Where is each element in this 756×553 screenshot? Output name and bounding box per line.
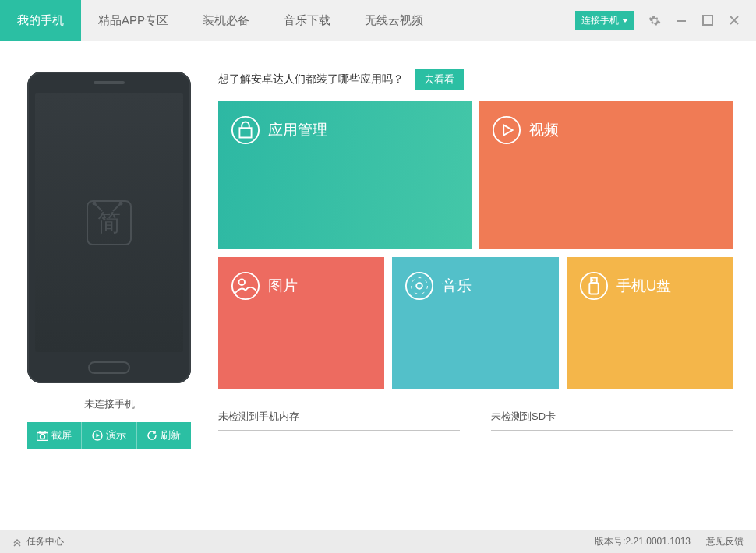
close-icon — [729, 15, 740, 26]
phone-screen: 简 — [35, 93, 183, 352]
app-window: 我的手机 精品APP专区 装机必备 音乐下载 无线云视频 连接手机 — [0, 0, 756, 553]
bag-icon — [231, 115, 260, 145]
right-column: 想了解安卓达人们都装了哪些应用吗？ 去看看 应用管理 视频 图片 — [218, 64, 733, 522]
svg-rect-1 — [703, 16, 712, 25]
screenshot-button[interactable]: 截屏 — [27, 422, 82, 449]
tile-udisk[interactable]: 手机U盘 — [567, 257, 733, 389]
refresh-label: 刷新 — [161, 428, 181, 442]
disc-icon — [404, 271, 434, 301]
nav-tab-essentials[interactable]: 装机必备 — [185, 0, 267, 41]
tile-label: 应用管理 — [268, 120, 327, 140]
svg-point-7 — [41, 434, 45, 439]
refresh-button[interactable]: 刷新 — [137, 422, 191, 449]
screenshot-label: 截屏 — [51, 428, 72, 442]
minimize-icon — [676, 15, 687, 26]
phone-speaker — [94, 81, 125, 84]
top-right-controls: 连接手机 — [575, 0, 756, 41]
nav-tab-music-download[interactable]: 音乐下载 — [267, 0, 348, 41]
tile-label: 手机U盘 — [616, 276, 672, 296]
svg-point-16 — [412, 278, 428, 294]
settings-button[interactable] — [648, 14, 661, 26]
feedback-label: 意见反馈 — [706, 536, 744, 547]
version-number: 2.21.0001.1013 — [626, 536, 691, 547]
caret-down-icon — [622, 19, 628, 23]
top-bar: 我的手机 精品APP专区 装机必备 音乐下载 无线云视频 连接手机 — [0, 0, 756, 41]
demo-button[interactable]: 演示 — [82, 422, 136, 449]
play-circle-icon — [92, 430, 103, 441]
gear-icon — [648, 14, 661, 27]
play-icon — [492, 115, 521, 145]
connect-phone-label: 连接手机 — [581, 14, 619, 27]
svg-line-4 — [94, 203, 102, 211]
tile-label: 视频 — [529, 120, 559, 140]
nav-tab-label: 精品APP专区 — [98, 13, 168, 28]
storage-sdcard: 未检测到SD卡 — [491, 410, 733, 431]
connect-phone-button[interactable]: 连接手机 — [575, 11, 634, 30]
photo-icon — [231, 271, 260, 301]
promo-button-label: 去看看 — [424, 73, 454, 85]
left-column: 简 未连接手机 截屏 演示 刷新 — [23, 64, 195, 522]
phone-action-bar: 截屏 演示 刷新 — [27, 422, 191, 449]
svg-line-5 — [113, 203, 121, 211]
phone-logo-antenna-icon — [85, 199, 130, 244]
chevrons-up-icon — [12, 537, 22, 547]
promo-button[interactable]: 去看看 — [415, 69, 464, 90]
tile-music[interactable]: 音乐 — [392, 257, 558, 389]
svg-point-14 — [406, 273, 433, 299]
version-label: 版本号: — [595, 536, 625, 547]
svg-point-15 — [417, 283, 423, 289]
tile-photos[interactable]: 图片 — [218, 257, 384, 389]
minimize-button[interactable] — [675, 14, 687, 26]
refresh-icon — [147, 430, 157, 441]
tile-app-management[interactable]: 应用管理 — [218, 101, 472, 249]
nav-tab-label: 我的手机 — [17, 13, 64, 28]
nav-tab-my-phone[interactable]: 我的手机 — [0, 0, 81, 41]
storage-memory-label: 未检测到手机内存 — [218, 410, 460, 424]
demo-label: 演示 — [106, 428, 126, 442]
main-content: 简 未连接手机 截屏 演示 刷新 — [0, 41, 756, 530]
nav-tab-label: 装机必备 — [203, 13, 249, 28]
camera-icon — [37, 431, 48, 441]
svg-point-10 — [232, 117, 259, 143]
svg-rect-0 — [677, 20, 686, 22]
storage-row: 未检测到手机内存 未检测到SD卡 — [218, 410, 733, 431]
svg-rect-18 — [591, 278, 597, 284]
task-center-label: 任务中心 — [26, 535, 64, 548]
task-center-button[interactable]: 任务中心 — [12, 535, 64, 548]
svg-point-11 — [493, 117, 520, 143]
maximize-button[interactable] — [701, 14, 714, 26]
svg-point-17 — [581, 273, 607, 299]
maximize-icon — [702, 15, 713, 26]
svg-point-12 — [232, 273, 259, 299]
svg-rect-8 — [40, 431, 45, 433]
nav-tabs: 我的手机 精品APP专区 装机必备 音乐下载 无线云视频 — [0, 0, 575, 41]
nav-tab-cloud-video[interactable]: 无线云视频 — [348, 0, 440, 41]
storage-sdcard-label: 未检测到SD卡 — [491, 410, 733, 424]
storage-memory-bar — [218, 430, 460, 431]
tile-label: 音乐 — [442, 276, 472, 296]
tile-video[interactable]: 视频 — [479, 101, 733, 249]
nav-tab-label: 音乐下载 — [284, 13, 330, 28]
phone-status: 未连接手机 — [84, 397, 135, 411]
feedback-button[interactable]: 意见反馈 — [706, 535, 744, 548]
phone-home-button — [88, 361, 130, 374]
storage-memory: 未检测到手机内存 — [218, 410, 460, 431]
version-info[interactable]: 版本号:2.21.0001.1013 — [595, 535, 691, 548]
svg-point-13 — [238, 279, 245, 285]
nav-tab-app-zone[interactable]: 精品APP专区 — [81, 0, 185, 41]
promo-text: 想了解安卓达人们都装了哪些应用吗？ — [218, 72, 404, 86]
phone-mockup: 简 — [27, 72, 191, 383]
nav-tab-label: 无线云视频 — [365, 13, 423, 28]
svg-rect-19 — [589, 283, 598, 294]
close-button[interactable] — [728, 14, 740, 26]
phone-logo: 简 — [87, 200, 132, 245]
tile-label: 图片 — [268, 276, 298, 296]
tiles-grid: 应用管理 视频 图片 音乐 手机U盘 — [218, 101, 733, 389]
storage-sdcard-bar — [491, 430, 733, 431]
promo-row: 想了解安卓达人们都装了哪些应用吗？ 去看看 — [218, 69, 733, 90]
usb-icon — [579, 271, 609, 301]
footer: 任务中心 版本号:2.21.0001.1013 意见反馈 — [0, 530, 756, 553]
